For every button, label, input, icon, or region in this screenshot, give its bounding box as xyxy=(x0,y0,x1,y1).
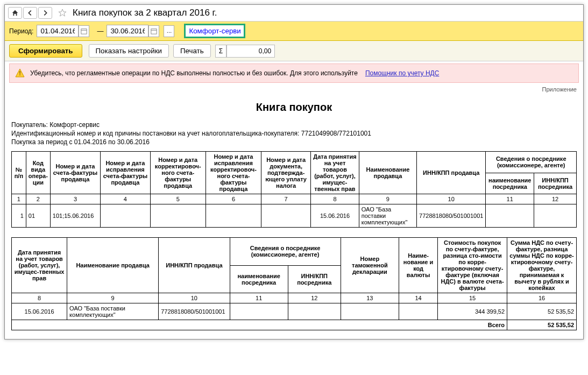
h2-cost: Стоимость покупок по счету-фактуре, разн… xyxy=(438,238,507,293)
print-button[interactable]: Печать xyxy=(173,44,211,58)
svg-rect-0 xyxy=(81,29,87,33)
settings-button[interactable]: Показать настройки xyxy=(89,44,169,58)
period-extra-button[interactable]: … xyxy=(164,25,174,37)
h-agent: Сведения о посреднике (комиссионере, аге… xyxy=(486,152,577,173)
h-inn: ИНН/КПП продавца xyxy=(417,152,486,194)
h2-date: Дата принятия на учет товаров (работ, ус… xyxy=(12,238,67,293)
alert-banner: ! Убедитесь, что регламентные операции п… xyxy=(9,63,579,83)
total-label: Всего xyxy=(12,320,507,330)
h-doc: Номер и дата документа, подтвержда-ющего… xyxy=(261,152,311,194)
svg-rect-2 xyxy=(151,29,157,33)
calendar-to-button[interactable] xyxy=(148,25,159,37)
h2-cur: Наиме-нование и код валюты xyxy=(399,238,438,293)
forward-button[interactable] xyxy=(38,7,52,19)
period-label: Период: xyxy=(9,27,33,35)
report-area: Книга покупок Покупатель: Комфорт-сервис… xyxy=(5,93,583,339)
nav-bar: Книга покупок за 2 квартал 2016 г. xyxy=(5,5,583,22)
purchase-table-2: Дата принятия на учет товаров (работ, ус… xyxy=(11,237,577,330)
h2-vat: Сумма НДС по счету-фактуре, разница сумм… xyxy=(507,238,577,293)
sum-value: 0,00 xyxy=(226,45,275,58)
table-row: 15.06.2016 ОАО "База поставки комплектую… xyxy=(12,303,577,320)
h-code: Код вида опера-ции xyxy=(26,152,50,194)
inn-row: Идентификационный номер и код причины по… xyxy=(11,130,577,137)
home-button[interactable] xyxy=(8,7,22,19)
buyer-label: Покупатель: xyxy=(11,121,48,129)
h-agent-name: наименование посредника xyxy=(486,173,534,194)
col-number-row: 1 2 3 4 5 6 7 8 9 10 11 12 xyxy=(12,194,577,204)
h-agent-inn: ИНН/КПП посредника xyxy=(534,173,577,194)
period-line: Покупка за период с 01.04.2016 по 30.06.… xyxy=(11,138,577,146)
h-korr: Номер и дата корректировоч-ного счета-фа… xyxy=(150,152,206,194)
total-row: Всего 52 535,52 xyxy=(12,320,577,330)
warning-icon: ! xyxy=(15,68,25,78)
period-bar: Период: — … xyxy=(5,22,583,41)
h2-seller: Наименование продавца xyxy=(67,238,159,293)
purchase-table-1: № п/п Код вида опера-ции Номер и дата сч… xyxy=(11,151,577,228)
h-seller: Наименование продавца xyxy=(359,152,416,194)
total-value: 52 535,52 xyxy=(507,320,577,330)
buyer-value: Комфорт-сервис xyxy=(49,121,100,129)
calendar-from-button[interactable] xyxy=(79,25,89,37)
alert-text: Убедитесь, что регламентные операции по … xyxy=(30,69,358,77)
period-to-input[interactable] xyxy=(107,25,148,37)
inn-label: Идентификационный номер и код причины по… xyxy=(11,130,299,137)
h2-agent-inn: ИНН/КПП посредника xyxy=(288,265,341,293)
h-date: Дата принятия на учет товаров (работ, ус… xyxy=(311,152,359,194)
h2-agent: Сведения о посреднике (комиссионере, аге… xyxy=(230,238,341,266)
sum-icon: Σ xyxy=(215,45,226,58)
report-title: Книга покупок xyxy=(11,101,577,114)
favorite-icon[interactable] xyxy=(56,7,68,19)
inn-value: 7721049908/772101001 xyxy=(301,130,371,137)
table-row: 1 01 101;15.06.2016 15.06.2016 ОАО "База… xyxy=(12,204,577,228)
h2-cust: Номер таможенной декларации xyxy=(341,238,399,293)
form-button[interactable]: Сформировать xyxy=(9,44,82,58)
h2-inn: ИНН/КПП продавца xyxy=(159,238,230,293)
h-inv: Номер и дата счета-фактуры продавца xyxy=(50,152,100,194)
back-button[interactable] xyxy=(23,7,37,19)
organization-input[interactable] xyxy=(185,25,244,37)
svg-text:!: ! xyxy=(19,70,21,76)
h-num: № п/п xyxy=(12,152,26,194)
h-korr-fix: Номер и дата исправления корректировоч-н… xyxy=(206,152,261,194)
period-from-input[interactable] xyxy=(37,25,79,37)
page-title: Книга покупок за 2 квартал 2016 г. xyxy=(73,8,217,18)
buyer-row: Покупатель: Комфорт-сервис xyxy=(11,121,577,129)
period-dash: — xyxy=(97,27,103,35)
alert-link[interactable]: Помощник по учету НДС xyxy=(365,69,439,77)
col-number-row-2: 8 9 10 11 12 13 14 15 16 xyxy=(12,293,577,303)
toolbar: Сформировать Показать настройки Печать Σ… xyxy=(5,41,583,61)
appendix-label: Приложение xyxy=(5,85,583,93)
h2-agent-name: наименование посредника xyxy=(230,265,288,293)
h-corr-inv: Номер и дата исправления счета-фактуры п… xyxy=(101,152,151,194)
